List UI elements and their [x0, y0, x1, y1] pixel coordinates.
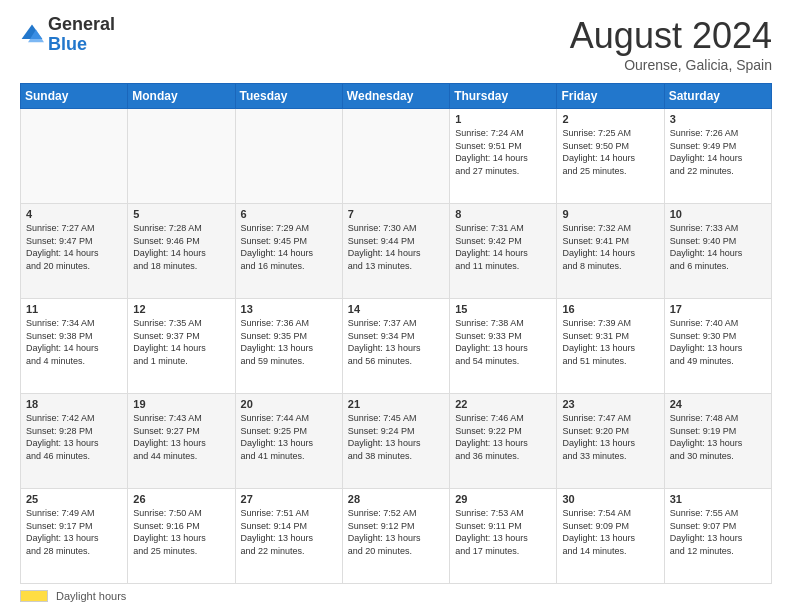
calendar-header-thursday: Thursday	[450, 84, 557, 109]
day-number: 3	[670, 113, 766, 125]
calendar-day: 7Sunrise: 7:30 AM Sunset: 9:44 PM Daylig…	[342, 204, 449, 299]
calendar-week-row: 4Sunrise: 7:27 AM Sunset: 9:47 PM Daylig…	[21, 204, 772, 299]
calendar-week-row: 25Sunrise: 7:49 AM Sunset: 9:17 PM Dayli…	[21, 489, 772, 584]
day-number: 28	[348, 493, 444, 505]
calendar-header-saturday: Saturday	[664, 84, 771, 109]
day-info: Sunrise: 7:52 AM Sunset: 9:12 PM Dayligh…	[348, 507, 444, 557]
calendar-day: 9Sunrise: 7:32 AM Sunset: 9:41 PM Daylig…	[557, 204, 664, 299]
day-number: 29	[455, 493, 551, 505]
calendar-day: 16Sunrise: 7:39 AM Sunset: 9:31 PM Dayli…	[557, 299, 664, 394]
day-info: Sunrise: 7:54 AM Sunset: 9:09 PM Dayligh…	[562, 507, 658, 557]
day-number: 27	[241, 493, 337, 505]
logo: General Blue	[20, 15, 115, 55]
day-info: Sunrise: 7:46 AM Sunset: 9:22 PM Dayligh…	[455, 412, 551, 462]
calendar-header-wednesday: Wednesday	[342, 84, 449, 109]
calendar-day: 18Sunrise: 7:42 AM Sunset: 9:28 PM Dayli…	[21, 394, 128, 489]
calendar-day: 6Sunrise: 7:29 AM Sunset: 9:45 PM Daylig…	[235, 204, 342, 299]
calendar-day: 14Sunrise: 7:37 AM Sunset: 9:34 PM Dayli…	[342, 299, 449, 394]
header: General Blue August 2024 Ourense, Galici…	[20, 15, 772, 73]
calendar-day: 26Sunrise: 7:50 AM Sunset: 9:16 PM Dayli…	[128, 489, 235, 584]
calendar-day: 17Sunrise: 7:40 AM Sunset: 9:30 PM Dayli…	[664, 299, 771, 394]
day-number: 25	[26, 493, 122, 505]
day-info: Sunrise: 7:29 AM Sunset: 9:45 PM Dayligh…	[241, 222, 337, 272]
calendar: SundayMondayTuesdayWednesdayThursdayFrid…	[20, 83, 772, 584]
page: General Blue August 2024 Ourense, Galici…	[0, 0, 792, 612]
calendar-day: 28Sunrise: 7:52 AM Sunset: 9:12 PM Dayli…	[342, 489, 449, 584]
day-number: 31	[670, 493, 766, 505]
calendar-week-row: 11Sunrise: 7:34 AM Sunset: 9:38 PM Dayli…	[21, 299, 772, 394]
day-info: Sunrise: 7:45 AM Sunset: 9:24 PM Dayligh…	[348, 412, 444, 462]
day-number: 15	[455, 303, 551, 315]
calendar-day: 8Sunrise: 7:31 AM Sunset: 9:42 PM Daylig…	[450, 204, 557, 299]
daylight-label: Daylight hours	[56, 590, 126, 602]
day-number: 26	[133, 493, 229, 505]
day-info: Sunrise: 7:49 AM Sunset: 9:17 PM Dayligh…	[26, 507, 122, 557]
day-info: Sunrise: 7:55 AM Sunset: 9:07 PM Dayligh…	[670, 507, 766, 557]
subtitle: Ourense, Galicia, Spain	[570, 57, 772, 73]
day-number: 2	[562, 113, 658, 125]
day-info: Sunrise: 7:37 AM Sunset: 9:34 PM Dayligh…	[348, 317, 444, 367]
day-info: Sunrise: 7:44 AM Sunset: 9:25 PM Dayligh…	[241, 412, 337, 462]
day-info: Sunrise: 7:48 AM Sunset: 9:19 PM Dayligh…	[670, 412, 766, 462]
calendar-day	[235, 109, 342, 204]
daylight-swatch	[20, 590, 48, 602]
calendar-day: 30Sunrise: 7:54 AM Sunset: 9:09 PM Dayli…	[557, 489, 664, 584]
logo-text: General Blue	[48, 15, 115, 55]
day-info: Sunrise: 7:50 AM Sunset: 9:16 PM Dayligh…	[133, 507, 229, 557]
day-info: Sunrise: 7:33 AM Sunset: 9:40 PM Dayligh…	[670, 222, 766, 272]
main-title: August 2024	[570, 15, 772, 57]
calendar-week-row: 18Sunrise: 7:42 AM Sunset: 9:28 PM Dayli…	[21, 394, 772, 489]
day-number: 6	[241, 208, 337, 220]
day-number: 11	[26, 303, 122, 315]
calendar-header-monday: Monday	[128, 84, 235, 109]
calendar-day: 3Sunrise: 7:26 AM Sunset: 9:49 PM Daylig…	[664, 109, 771, 204]
day-number: 9	[562, 208, 658, 220]
day-number: 12	[133, 303, 229, 315]
day-info: Sunrise: 7:38 AM Sunset: 9:33 PM Dayligh…	[455, 317, 551, 367]
calendar-day: 25Sunrise: 7:49 AM Sunset: 9:17 PM Dayli…	[21, 489, 128, 584]
calendar-day: 15Sunrise: 7:38 AM Sunset: 9:33 PM Dayli…	[450, 299, 557, 394]
logo-general: General	[48, 15, 115, 35]
day-info: Sunrise: 7:28 AM Sunset: 9:46 PM Dayligh…	[133, 222, 229, 272]
calendar-day: 27Sunrise: 7:51 AM Sunset: 9:14 PM Dayli…	[235, 489, 342, 584]
day-number: 14	[348, 303, 444, 315]
calendar-header-row: SundayMondayTuesdayWednesdayThursdayFrid…	[21, 84, 772, 109]
day-info: Sunrise: 7:42 AM Sunset: 9:28 PM Dayligh…	[26, 412, 122, 462]
calendar-day: 2Sunrise: 7:25 AM Sunset: 9:50 PM Daylig…	[557, 109, 664, 204]
day-info: Sunrise: 7:39 AM Sunset: 9:31 PM Dayligh…	[562, 317, 658, 367]
calendar-day: 12Sunrise: 7:35 AM Sunset: 9:37 PM Dayli…	[128, 299, 235, 394]
day-number: 8	[455, 208, 551, 220]
day-info: Sunrise: 7:27 AM Sunset: 9:47 PM Dayligh…	[26, 222, 122, 272]
day-number: 16	[562, 303, 658, 315]
calendar-day: 13Sunrise: 7:36 AM Sunset: 9:35 PM Dayli…	[235, 299, 342, 394]
day-info: Sunrise: 7:34 AM Sunset: 9:38 PM Dayligh…	[26, 317, 122, 367]
footer: Daylight hours	[20, 590, 772, 602]
day-info: Sunrise: 7:43 AM Sunset: 9:27 PM Dayligh…	[133, 412, 229, 462]
calendar-day	[21, 109, 128, 204]
day-number: 1	[455, 113, 551, 125]
calendar-day: 10Sunrise: 7:33 AM Sunset: 9:40 PM Dayli…	[664, 204, 771, 299]
calendar-day: 23Sunrise: 7:47 AM Sunset: 9:20 PM Dayli…	[557, 394, 664, 489]
calendar-day: 1Sunrise: 7:24 AM Sunset: 9:51 PM Daylig…	[450, 109, 557, 204]
day-number: 21	[348, 398, 444, 410]
calendar-day: 22Sunrise: 7:46 AM Sunset: 9:22 PM Dayli…	[450, 394, 557, 489]
day-info: Sunrise: 7:51 AM Sunset: 9:14 PM Dayligh…	[241, 507, 337, 557]
calendar-day	[128, 109, 235, 204]
day-info: Sunrise: 7:24 AM Sunset: 9:51 PM Dayligh…	[455, 127, 551, 177]
calendar-day: 20Sunrise: 7:44 AM Sunset: 9:25 PM Dayli…	[235, 394, 342, 489]
logo-blue: Blue	[48, 35, 115, 55]
calendar-day: 24Sunrise: 7:48 AM Sunset: 9:19 PM Dayli…	[664, 394, 771, 489]
day-info: Sunrise: 7:30 AM Sunset: 9:44 PM Dayligh…	[348, 222, 444, 272]
day-info: Sunrise: 7:32 AM Sunset: 9:41 PM Dayligh…	[562, 222, 658, 272]
day-info: Sunrise: 7:35 AM Sunset: 9:37 PM Dayligh…	[133, 317, 229, 367]
day-info: Sunrise: 7:36 AM Sunset: 9:35 PM Dayligh…	[241, 317, 337, 367]
day-number: 17	[670, 303, 766, 315]
day-number: 23	[562, 398, 658, 410]
day-number: 10	[670, 208, 766, 220]
calendar-header-friday: Friday	[557, 84, 664, 109]
calendar-day: 21Sunrise: 7:45 AM Sunset: 9:24 PM Dayli…	[342, 394, 449, 489]
day-number: 13	[241, 303, 337, 315]
logo-icon	[20, 23, 44, 47]
day-number: 4	[26, 208, 122, 220]
day-number: 22	[455, 398, 551, 410]
